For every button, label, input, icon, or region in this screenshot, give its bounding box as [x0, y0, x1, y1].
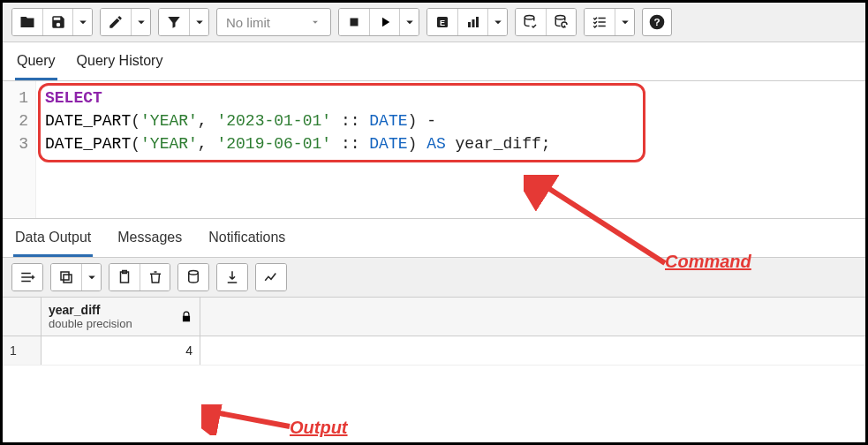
add-row-group [11, 263, 43, 291]
svg-rect-10 [64, 275, 72, 283]
tab-query[interactable]: Query [15, 49, 57, 80]
svg-rect-11 [61, 272, 69, 280]
filter-group [158, 8, 209, 36]
annotation-output: Output [290, 418, 348, 438]
copy-group [50, 263, 102, 291]
sql-editor[interactable]: 1 2 3 SELECT DATE_PART('YEAR', '2023-01-… [3, 81, 865, 218]
macros-button[interactable] [585, 9, 615, 35]
analyze-dropdown[interactable] [487, 9, 507, 35]
svg-line-16 [210, 411, 290, 426]
tab-query-history[interactable]: Query History [75, 49, 165, 80]
copy-icon [58, 269, 74, 285]
tab-messages[interactable]: Messages [116, 226, 184, 257]
svg-rect-3 [468, 22, 471, 27]
arg-year: 'YEAR' [140, 112, 198, 130]
output-toolbar [3, 258, 865, 298]
download-group [216, 263, 248, 291]
run-dropdown[interactable] [399, 9, 419, 35]
stop-button[interactable] [339, 9, 369, 35]
delete-button[interactable] [140, 264, 170, 290]
filter-dropdown[interactable] [189, 9, 208, 35]
database-undo-icon [554, 14, 570, 30]
list-check-icon [592, 14, 608, 30]
result-grid: year_diff double precision 1 4 [3, 298, 865, 366]
save-data-group [177, 263, 209, 291]
rows-plus-icon [19, 269, 35, 285]
clipboard-icon [117, 269, 132, 285]
svg-rect-0 [351, 19, 359, 26]
row-number: 1 [3, 336, 42, 365]
open-button[interactable] [12, 9, 42, 35]
chevron-down-icon [84, 269, 100, 285]
help-button[interactable]: ? [642, 8, 672, 36]
run-button[interactable] [369, 9, 399, 35]
fn-datepart: DATE_PART [45, 135, 131, 153]
alias: year_diff; [446, 135, 551, 153]
limit-select[interactable]: No limit [216, 8, 331, 36]
edit-button[interactable] [101, 9, 131, 35]
code-area[interactable]: SELECT DATE_PART('YEAR', '2023-01-01' ::… [36, 81, 865, 218]
commit-button[interactable] [516, 9, 546, 35]
macros-group [584, 8, 635, 36]
arg-date1: '2023-01-01' [216, 112, 331, 130]
macros-dropdown[interactable] [615, 9, 634, 35]
save-dropdown[interactable] [72, 9, 92, 35]
graph-button[interactable] [256, 264, 286, 290]
analyze-button[interactable] [457, 9, 487, 35]
bar-chart-icon [465, 14, 481, 30]
cell-value: 4 [42, 336, 200, 365]
rownum-header [3, 298, 42, 336]
add-row-button[interactable] [12, 264, 42, 290]
line-number: 1 [3, 87, 28, 109]
save-icon [50, 14, 66, 30]
rollback-button[interactable] [546, 9, 576, 35]
chevron-down-icon [490, 14, 506, 30]
output-tabs: Data Output Messages Notifications [3, 218, 865, 258]
folder-icon [19, 14, 35, 30]
chevron-down-icon [192, 14, 208, 30]
svg-point-7 [555, 16, 565, 20]
line-number: 3 [3, 132, 28, 155]
save-button[interactable] [42, 9, 72, 35]
column-header[interactable]: year_diff double precision [42, 298, 200, 336]
database-save-icon [185, 269, 201, 285]
grid-header: year_diff double precision [3, 298, 865, 336]
chevron-down-icon [133, 14, 149, 30]
play-icon [377, 14, 393, 30]
help-icon: ? [648, 13, 666, 31]
explain-button[interactable]: E [427, 9, 457, 35]
exec-group [338, 8, 419, 36]
column-name: year_diff [49, 303, 132, 317]
keyword-as: AS [426, 135, 446, 153]
arg-date2: '2019-06-01' [216, 135, 331, 153]
download-button[interactable] [217, 264, 247, 290]
tab-data-output[interactable]: Data Output [13, 226, 93, 257]
paste-button[interactable] [109, 264, 140, 290]
tab-notifications[interactable]: Notifications [207, 226, 287, 257]
table-row[interactable]: 1 4 [3, 336, 865, 366]
caret-down-icon [309, 16, 321, 28]
chevron-down-icon [402, 14, 418, 30]
minus: - [417, 112, 436, 130]
chevron-down-icon [617, 14, 633, 30]
edit-dropdown[interactable] [131, 9, 150, 35]
txn-group [515, 8, 577, 36]
save-data-button[interactable] [178, 264, 208, 290]
line-number: 2 [3, 109, 28, 132]
query-tabs: Query Query History [3, 42, 865, 81]
graph-group [255, 263, 287, 291]
svg-point-14 [189, 271, 199, 275]
database-check-icon [523, 14, 539, 30]
keyword-date: DATE [369, 112, 407, 130]
column-type: double precision [49, 317, 132, 330]
svg-text:E: E [440, 19, 445, 27]
svg-rect-5 [476, 17, 479, 27]
explain-icon: E [434, 14, 450, 30]
filter-icon [166, 14, 182, 30]
line-gutter: 1 2 3 [3, 81, 36, 218]
copy-button[interactable] [51, 264, 81, 290]
explain-group: E [426, 8, 508, 36]
copy-dropdown[interactable] [81, 264, 101, 290]
trash-icon [147, 269, 163, 285]
filter-button[interactable] [159, 9, 189, 35]
